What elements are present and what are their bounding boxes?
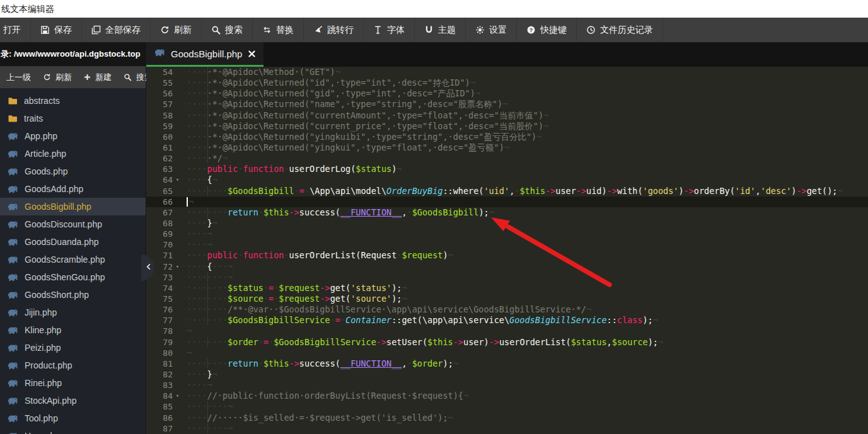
- fold-arrow-icon[interactable]: ▾: [173, 174, 182, 185]
- tab-close-icon[interactable]: [248, 50, 256, 58]
- fold-arrow-icon[interactable]: ▾: [173, 391, 182, 401]
- code-line-62[interactable]: 62·····*/¬: [146, 153, 868, 164]
- code-line-content: ·····*/¬: [182, 153, 228, 164]
- file-tree-item-goodsduanda-php[interactable]: GoodsDuanda.php: [0, 233, 146, 251]
- file-tree-item-peizi-php[interactable]: Peizi.php: [0, 339, 146, 357]
- code-line-59[interactable]: 59·····*·@Apidoc\Returned("current_price…: [146, 121, 868, 132]
- file-tree-item-user-php[interactable]: User.php: [0, 427, 146, 434]
- toolbar-button-theme[interactable]: 主题: [415, 18, 466, 42]
- file-tree-item-tool-php[interactable]: Tool.php: [0, 409, 146, 427]
- code-line-82[interactable]: 82····}¬: [146, 369, 868, 380]
- code-editor[interactable]: 54·····*·@Apidoc\Method·("GET")¬55·····*…: [146, 67, 868, 434]
- sidebar-action-up[interactable]: 上一级: [1, 66, 37, 88]
- code-line-content: ····public·function·userOrderList(Reques…: [182, 250, 453, 261]
- toolbar-button-save-all[interactable]: 全部保存: [82, 18, 151, 42]
- code-line-71[interactable]: 71····public·function·userOrderList(Requ…: [146, 250, 868, 261]
- fold-gutter: [173, 207, 182, 218]
- sidebar-action-plus[interactable]: 新建: [78, 66, 117, 88]
- fold-gutter: [173, 348, 182, 358]
- search-icon: [124, 73, 132, 81]
- file-tree-item-stockapi-php[interactable]: StockApi.php: [0, 392, 146, 409]
- code-line-74[interactable]: 74········$status·=·$request->get('statu…: [146, 283, 868, 294]
- file-name: GoodsShenGou.php: [25, 272, 105, 282]
- file-tree-item-rinei-php[interactable]: Rinei.php: [0, 374, 146, 392]
- toolbar-button-hotkeys[interactable]: ?快捷键: [517, 18, 577, 42]
- toolbar-button-open[interactable]: 打开: [0, 18, 31, 42]
- toolbar-button-font[interactable]: 字体: [364, 18, 415, 42]
- code-line-83[interactable]: 83····¬: [146, 380, 868, 391]
- php-file-icon: [8, 255, 18, 264]
- code-line-64[interactable]: 64▾····{¬: [146, 174, 868, 185]
- code-line-85[interactable]: 85········¬: [146, 401, 868, 412]
- toolbar-button-search[interactable]: 搜索: [202, 18, 253, 42]
- line-number: 80: [146, 348, 173, 358]
- file-tree-item-traits[interactable]: traits: [0, 110, 146, 127]
- code-line-76[interactable]: 76········/**·@var··$GoodsBigbillService…: [146, 304, 868, 315]
- file-tree-item-kline-php[interactable]: Kline.php: [0, 321, 146, 339]
- file-tree-item-product-php[interactable]: Product.php: [0, 357, 146, 374]
- php-file-icon: [8, 396, 18, 405]
- toolbar-button-settings[interactable]: 设置: [466, 18, 517, 42]
- code-line-79[interactable]: 79········$order·=·$GoodsBigbillService-…: [146, 337, 868, 348]
- code-line-72[interactable]: 72▾····{···¬: [146, 261, 868, 272]
- code-line-68[interactable]: 68····}¬: [146, 218, 868, 229]
- code-line-57[interactable]: 57·····*·@Apidoc\Returned("name",·type="…: [146, 99, 868, 110]
- code-line-77[interactable]: 77········$GoodsBigbillService·=·Contain…: [146, 315, 868, 326]
- toolbar-button-history[interactable]: 文件历史记录: [577, 18, 663, 42]
- code-line-63[interactable]: 63····public·function·userOrderLog($stat…: [146, 164, 868, 174]
- code-line-58[interactable]: 58·····*·@Apidoc\Returned("currentAmount…: [146, 110, 868, 121]
- file-tree-item-goodsbigbill-php[interactable]: GoodsBigbill.php: [0, 198, 146, 215]
- code-line-66[interactable]: 66¬: [146, 197, 868, 207]
- sidebar-action-refresh[interactable]: 刷新: [37, 66, 78, 88]
- chevron-left-icon: [145, 262, 153, 273]
- font-icon: [373, 25, 383, 35]
- code-line-86[interactable]: 86····//·····$is_selled·=·$request->get(…: [146, 413, 868, 423]
- file-tree-item-goodsshort-php[interactable]: GoodsShort.php: [0, 286, 146, 304]
- code-line-content: ········/**·@var··$GoodsBigbillService·\…: [182, 304, 591, 315]
- file-tree-item-abstracts[interactable]: abstracts: [0, 92, 146, 110]
- code-line-70[interactable]: 70····¬: [146, 239, 868, 250]
- file-tree-item-jijin-php[interactable]: Jijin.php: [0, 304, 146, 321]
- file-tree-item-goodsscramble-php[interactable]: GoodsScramble.php: [0, 251, 146, 268]
- code-line-60[interactable]: 60·····*·@Apidoc\Returned("yingkuibi",·t…: [146, 132, 868, 142]
- line-number: 54: [146, 67, 173, 77]
- fold-gutter: [173, 272, 182, 283]
- file-name: Article.php: [25, 149, 66, 159]
- code-line-78[interactable]: 78¬: [146, 326, 868, 336]
- file-tree-item-article-php[interactable]: Article.php: [0, 145, 146, 163]
- file-tree-item-goodsdiscount-php[interactable]: GoodsDiscount.php: [0, 215, 146, 233]
- code-line-54[interactable]: 54·····*·@Apidoc\Method·("GET")¬: [146, 67, 868, 77]
- fold-arrow-icon[interactable]: ▾: [173, 261, 182, 272]
- code-line-81[interactable]: 81········return·$this->success(__FUNCTI…: [146, 358, 868, 369]
- code-line-73[interactable]: 73········¬: [146, 272, 868, 283]
- code-line-75[interactable]: 75········$source·=·$request->get('sourc…: [146, 294, 868, 304]
- code-line-65[interactable]: 65········$GoodsBigbill·=·\App\api\model…: [146, 186, 868, 197]
- line-number: 66: [146, 197, 173, 207]
- line-number: 58: [146, 110, 173, 121]
- toolbar-button-goto-line[interactable]: 跳转行: [304, 18, 364, 42]
- code-line-content: ·····*·@Apidoc\Returned("yingkui",·type=…: [182, 142, 509, 153]
- code-line-80[interactable]: 80¬: [146, 348, 868, 358]
- file-tree-item-goodsadd-php[interactable]: GoodsAdd.php: [0, 180, 146, 198]
- code-line-84[interactable]: 84▾····//·public·function·orderBuyList(R…: [146, 391, 868, 401]
- fold-gutter: [173, 99, 182, 110]
- file-tree-item-app-php[interactable]: App.php: [0, 127, 146, 145]
- toolbar-button-label: 快捷键: [540, 25, 567, 36]
- php-file-icon: [8, 149, 18, 158]
- code-line-55[interactable]: 55·····*·@Apidoc\Returned("id",·type="in…: [146, 77, 868, 88]
- code-line-56[interactable]: 56·····*·@Apidoc\Returned("gid",·type="i…: [146, 88, 868, 99]
- toolbar-button-replace[interactable]: 替换: [253, 18, 304, 42]
- code-line-content: ········¬: [182, 423, 233, 434]
- file-tree-item-goodsshengou-php[interactable]: GoodsShenGou.php: [0, 268, 146, 286]
- code-line-87[interactable]: 87········¬: [146, 423, 868, 434]
- php-file-icon: [8, 220, 18, 229]
- code-line-67[interactable]: 67········return·$this->success(__FUNCTI…: [146, 207, 868, 218]
- code-line-content: ·····*·@Apidoc\Returned("gid",·type="int…: [182, 88, 480, 99]
- toolbar-button-refresh[interactable]: 刷新: [151, 18, 202, 42]
- line-number: 84: [146, 391, 173, 401]
- code-line-69[interactable]: 69····¬: [146, 229, 868, 239]
- tab-goodsbigbill[interactable]: GoodsBigbill.php: [146, 42, 263, 67]
- toolbar-button-save[interactable]: 保存: [31, 18, 82, 42]
- file-tree-item-goods-php[interactable]: Goods.php: [0, 163, 146, 180]
- code-line-61[interactable]: 61·····*·@Apidoc\Returned("yingkui",·typ…: [146, 142, 868, 153]
